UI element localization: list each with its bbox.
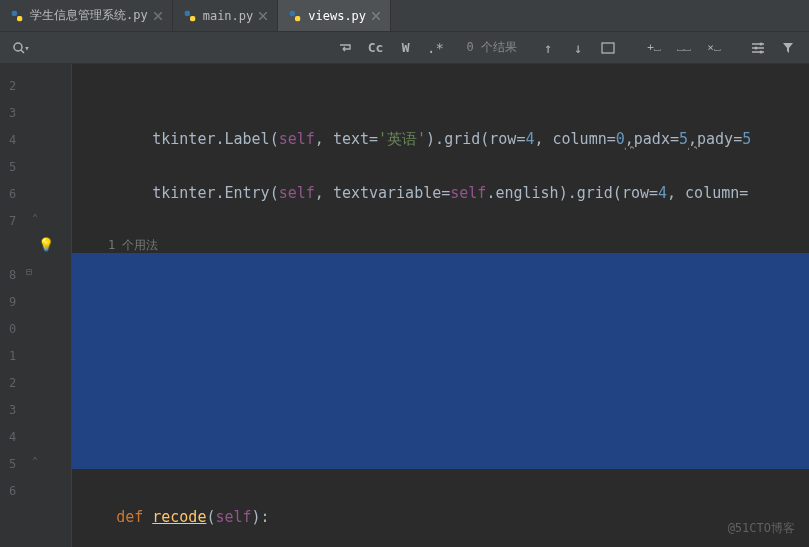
line-number: 2 [0,72,25,99]
filter-icon[interactable] [775,36,801,60]
svg-rect-3 [190,16,195,21]
lightbulb-icon[interactable]: 💡 [38,237,54,252]
results-count: 0 个结果 [453,39,531,56]
select-all-icon[interactable] [595,36,621,60]
svg-rect-1 [17,16,22,21]
watermark: @51CTO博客 [728,520,795,537]
line-number: 3 [0,99,25,126]
words-button[interactable]: W [393,36,419,60]
line-number: 5 [0,450,25,477]
svg-rect-4 [290,10,295,15]
close-icon[interactable] [372,12,380,20]
svg-point-10 [760,50,763,53]
close-icon[interactable] [259,12,267,20]
match-case-button[interactable]: Cc [363,36,389,60]
search-icon[interactable]: ▾ [8,36,34,60]
line-number: 6 [0,180,25,207]
tab-file-2[interactable]: main.py [173,0,279,31]
fold-start-icon[interactable]: ⊟ [26,266,32,277]
prev-match-icon[interactable]: ↑ [535,36,561,60]
new-line-icon[interactable] [333,36,359,60]
regex-button[interactable]: .* [423,36,449,60]
line-number: 2 [0,369,25,396]
line-number [0,234,25,261]
svg-rect-0 [12,10,17,15]
close-icon[interactable] [154,12,162,20]
line-number: 0 [0,315,25,342]
select-occurrences-icon[interactable]: ×⎵ [701,36,727,60]
line-number: 7 [0,207,25,234]
svg-point-6 [14,43,22,51]
code-editor[interactable]: 2 3 4 5 6 7 8 9 0 1 2 3 4 5 6 ⌃ 💡 ⊟ ⌃ tk… [0,64,809,547]
tab-file-3[interactable]: views.py [278,0,391,31]
line-number: 6 [0,477,25,504]
fold-gutter: ⌃ 💡 ⊟ ⌃ [26,64,72,547]
line-number: 9 [0,288,25,315]
python-icon [10,9,24,23]
find-toolbar: ▾ Cc W .* 0 个结果 ↑ ↓ +⎵ ⎵⎵ ×⎵ [0,32,809,64]
tab-label: main.py [203,9,254,23]
svg-rect-5 [295,16,300,21]
line-number: 4 [0,423,25,450]
code-area[interactable]: tkinter.Label(self, text='英语').grid(row=… [72,64,809,547]
usages-hint[interactable]: 1 个用法 [108,232,158,259]
fold-end-icon[interactable]: ⌃ [32,455,38,466]
tab-label: 学生信息管理系统.py [30,7,148,24]
line-number: 3 [0,396,25,423]
tab-file-1[interactable]: 学生信息管理系统.py [0,0,173,31]
text-selection [72,253,809,469]
svg-point-8 [760,42,763,45]
line-number: 8 [0,261,25,288]
line-number: 1 [0,342,25,369]
line-gutter: 2 3 4 5 6 7 8 9 0 1 2 3 4 5 6 [0,64,26,547]
svg-rect-7 [602,43,614,53]
settings-icon[interactable] [745,36,771,60]
remove-selection-icon[interactable]: ⎵⎵ [671,36,697,60]
next-match-icon[interactable]: ↓ [565,36,591,60]
svg-rect-2 [184,10,189,15]
line-number: 4 [0,126,25,153]
svg-point-9 [755,46,758,49]
python-icon [183,9,197,23]
tab-label: views.py [308,9,366,23]
line-number: 5 [0,153,25,180]
add-selection-icon[interactable]: +⎵ [641,36,667,60]
python-icon [288,9,302,23]
editor-tabs: 学生信息管理系统.py main.py views.py [0,0,809,32]
fold-end-icon[interactable]: ⌃ [32,212,38,223]
